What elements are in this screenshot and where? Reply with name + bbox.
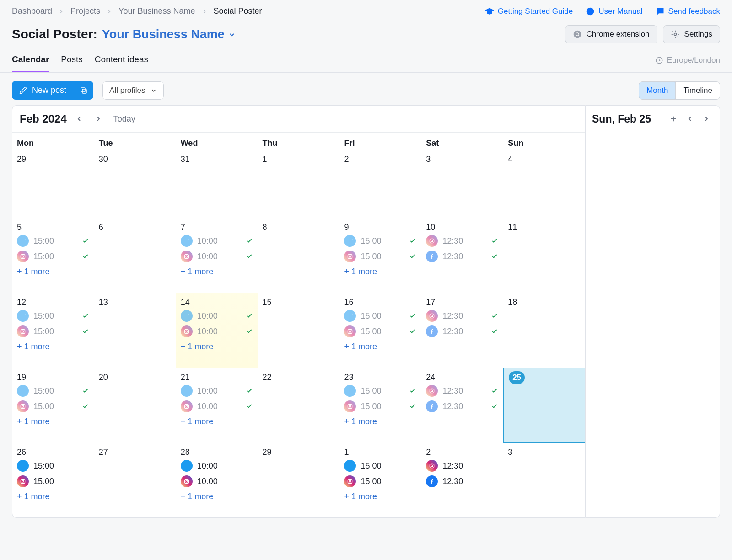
calendar-day[interactable]: 30: [94, 150, 176, 218]
post-event[interactable]: 15:00: [344, 400, 416, 412]
next-day-button[interactable]: [700, 112, 713, 126]
post-event[interactable]: 10:00: [181, 385, 253, 397]
calendar-day[interactable]: 6: [94, 218, 176, 293]
more-events-link[interactable]: + 1 more: [17, 417, 89, 427]
calendar-day[interactable]: 2: [339, 150, 421, 218]
getting-started-link[interactable]: Getting Started Guide: [485, 7, 573, 16]
calendar-day[interactable]: 11: [503, 218, 585, 293]
more-events-link[interactable]: + 1 more: [181, 342, 253, 352]
more-events-link[interactable]: + 1 more: [17, 267, 89, 277]
calendar-day[interactable]: 22: [258, 368, 340, 443]
calendar-day[interactable]: 15: [258, 293, 340, 368]
calendar-day[interactable]: 18: [503, 293, 585, 368]
post-event[interactable]: 12:30: [426, 475, 498, 487]
post-event[interactable]: 10:00: [181, 400, 253, 412]
calendar-day[interactable]: 12 15:00 15:00+ 1 more: [12, 293, 94, 368]
post-event[interactable]: 15:00: [17, 325, 89, 337]
calendar-day[interactable]: 25: [503, 368, 585, 443]
post-event[interactable]: 15:00: [344, 325, 416, 337]
more-events-link[interactable]: + 1 more: [17, 342, 89, 352]
calendar-day[interactable]: 29: [12, 150, 94, 218]
post-event[interactable]: 15:00: [17, 310, 89, 322]
post-event[interactable]: 12:30: [426, 385, 498, 397]
calendar-day[interactable]: 19 15:00 15:00+ 1 more: [12, 368, 94, 443]
post-event[interactable]: 15:00: [344, 460, 416, 472]
calendar-day[interactable]: 16 15:00 15:00+ 1 more: [339, 293, 421, 368]
post-event[interactable]: 15:00: [344, 475, 416, 487]
new-post-button[interactable]: New post: [12, 81, 74, 100]
breadcrumb-item[interactable]: Projects: [70, 6, 100, 16]
calendar-day[interactable]: 14 10:00 10:00+ 1 more: [176, 293, 258, 368]
more-events-link[interactable]: + 1 more: [344, 267, 416, 277]
post-event[interactable]: 10:00: [181, 310, 253, 322]
add-post-button[interactable]: [667, 112, 680, 126]
post-event[interactable]: 15:00: [344, 251, 416, 262]
calendar-day[interactable]: 9 15:00 15:00+ 1 more: [339, 218, 421, 293]
prev-month-button[interactable]: [72, 112, 86, 126]
post-event[interactable]: 12:30: [426, 251, 498, 262]
post-event[interactable]: 10:00: [181, 251, 253, 262]
tab-content-ideas[interactable]: Content ideas: [95, 48, 148, 72]
calendar-day[interactable]: 4: [503, 150, 585, 218]
calendar-day[interactable]: 26 15:00 15:00+ 1 more: [12, 443, 94, 517]
post-event[interactable]: 15:00: [17, 475, 89, 487]
more-events-link[interactable]: + 1 more: [344, 492, 416, 501]
calendar-day[interactable]: 21 10:00 10:00+ 1 more: [176, 368, 258, 443]
calendar-day[interactable]: 23 15:00 15:00+ 1 more: [339, 368, 421, 443]
calendar-day[interactable]: 2 12:30 12:30: [421, 443, 503, 517]
post-event[interactable]: 15:00: [17, 400, 89, 412]
post-event[interactable]: 12:30: [426, 460, 498, 472]
today-button[interactable]: Today: [113, 114, 135, 124]
calendar-day[interactable]: 24 12:30 12:30: [421, 368, 503, 443]
post-event[interactable]: 10:00: [181, 325, 253, 337]
calendar-day[interactable]: 31: [176, 150, 258, 218]
calendar-day[interactable]: 17 12:30 12:30: [421, 293, 503, 368]
breadcrumb-item[interactable]: Your Business Name: [118, 6, 195, 16]
chrome-extension-button[interactable]: Chrome extension: [565, 25, 657, 43]
calendar-day[interactable]: 7 10:00 10:00+ 1 more: [176, 218, 258, 293]
tab-calendar[interactable]: Calendar: [12, 48, 49, 72]
post-event[interactable]: 12:30: [426, 310, 498, 322]
calendar-day[interactable]: 1 15:00 15:00+ 1 more: [339, 443, 421, 517]
calendar-day[interactable]: 28 10:00 10:00+ 1 more: [176, 443, 258, 517]
calendar-day[interactable]: 5 15:00 15:00+ 1 more: [12, 218, 94, 293]
calendar-day[interactable]: 20: [94, 368, 176, 443]
user-manual-link[interactable]: User Manual: [586, 7, 642, 16]
post-event[interactable]: 15:00: [17, 460, 89, 472]
post-event[interactable]: 15:00: [17, 235, 89, 247]
post-event[interactable]: 15:00: [344, 310, 416, 322]
calendar-day[interactable]: 10 12:30 12:30: [421, 218, 503, 293]
post-event[interactable]: 10:00: [181, 475, 253, 487]
calendar-day[interactable]: 3: [421, 150, 503, 218]
post-event[interactable]: 12:30: [426, 235, 498, 247]
calendar-day[interactable]: 27: [94, 443, 176, 517]
calendar-day[interactable]: 3: [503, 443, 585, 517]
calendar-day[interactable]: 13: [94, 293, 176, 368]
post-event[interactable]: 12:30: [426, 400, 498, 412]
prev-day-button[interactable]: [683, 112, 697, 126]
post-event[interactable]: 15:00: [344, 385, 416, 397]
settings-button[interactable]: Settings: [663, 25, 720, 43]
profiles-dropdown[interactable]: All profiles: [102, 81, 164, 100]
project-dropdown[interactable]: Your Business Name: [102, 27, 236, 42]
breadcrumb-item[interactable]: Dashboard: [12, 6, 52, 16]
view-month-button[interactable]: Month: [639, 81, 676, 100]
more-events-link[interactable]: + 1 more: [181, 417, 253, 427]
post-event[interactable]: 10:00: [181, 235, 253, 247]
more-events-link[interactable]: + 1 more: [17, 492, 89, 501]
calendar-day[interactable]: 1: [258, 150, 340, 218]
post-event[interactable]: 12:30: [426, 325, 498, 337]
more-events-link[interactable]: + 1 more: [344, 342, 416, 352]
post-event[interactable]: 15:00: [344, 235, 416, 247]
tab-posts[interactable]: Posts: [61, 48, 83, 72]
view-timeline-button[interactable]: Timeline: [675, 82, 720, 99]
more-events-link[interactable]: + 1 more: [344, 417, 416, 427]
post-event[interactable]: 10:00: [181, 460, 253, 472]
next-month-button[interactable]: [92, 112, 105, 126]
calendar-day[interactable]: 29: [258, 443, 340, 517]
new-post-more-button[interactable]: [74, 81, 93, 100]
more-events-link[interactable]: + 1 more: [181, 492, 253, 501]
post-event[interactable]: 15:00: [17, 385, 89, 397]
more-events-link[interactable]: + 1 more: [181, 267, 253, 277]
send-feedback-link[interactable]: Send feedback: [656, 7, 720, 16]
